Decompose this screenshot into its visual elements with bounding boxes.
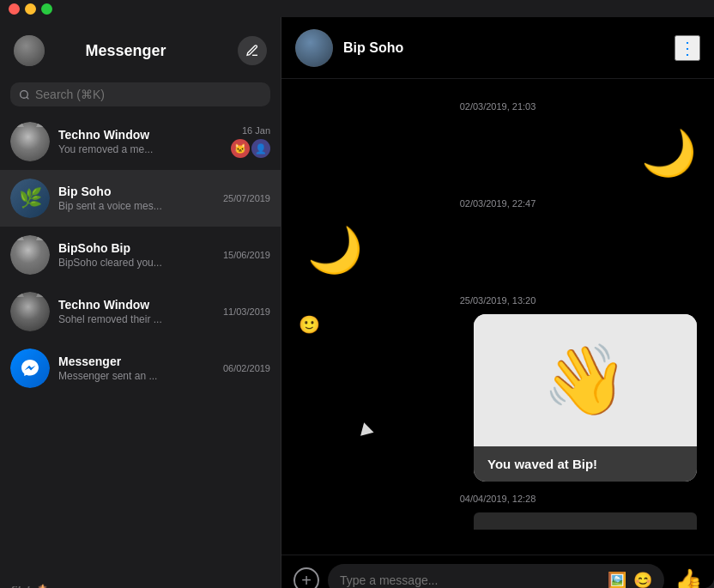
message-input-container[interactable]: 🖼️ 😊 <box>328 564 664 588</box>
avatar: 🌿 <box>10 179 50 218</box>
main-layout: Messenger <box>0 0 714 588</box>
avatar <box>10 292 50 331</box>
app-window: Messenger <box>0 0 714 588</box>
contact-name: Messenger <box>58 355 215 368</box>
timestamp: 02/03/2019, 22:47 <box>299 198 697 209</box>
svg-point-0 <box>21 90 28 98</box>
conversation-info: Techno Window Sohel removed their ... <box>58 298 215 325</box>
message-preview: Bip sent a voice mes... <box>58 200 215 212</box>
wave-emoji: 👋 <box>474 314 697 446</box>
conversation-list: Techno Window You removed a me... 16 Jan… <box>0 113 281 575</box>
watermark: fileh🐴rse.com <box>0 575 281 588</box>
conversation-info: BipSoho Bip BipSoho cleared you... <box>58 241 215 269</box>
contact-name: Bip Soho <box>343 40 664 56</box>
traffic-lights <box>0 0 281 17</box>
chat-input-area: + 🖼️ 😊 👍 <box>281 555 714 588</box>
list-item[interactable]: Messenger Messenger sent an ... 06/02/20… <box>0 340 281 397</box>
message-input[interactable] <box>340 573 608 587</box>
emoji-icon[interactable]: 😊 <box>633 571 652 588</box>
conversation-meta: 16 Jan 🐱 👤 <box>231 125 270 158</box>
search-bar[interactable] <box>10 82 270 106</box>
conversation-meta: 15/06/2019 <box>223 250 270 260</box>
list-item[interactable]: Techno Window Sohel removed their ... 11… <box>0 283 281 340</box>
timestamp: 15/06/2019 <box>223 250 270 260</box>
message-emoji: 🌙 <box>299 224 697 276</box>
contact-name: Techno Window <box>58 128 222 142</box>
timestamp: 25/03/2019, 13:20 <box>299 295 697 306</box>
message-preview: Messenger sent an ... <box>58 370 215 382</box>
timestamp: 16 Jan <box>242 125 270 136</box>
search-icon <box>19 89 30 100</box>
contact-name: Techno Window <box>58 298 215 312</box>
list-item[interactable]: Techno Window You removed a me... 16 Jan… <box>0 113 281 170</box>
minimize-button[interactable] <box>25 3 36 15</box>
conversation-meta: 06/02/2019 <box>223 363 270 373</box>
fullscreen-button[interactable] <box>41 3 52 15</box>
chat-header: Bip Soho ⋮ <box>281 17 714 79</box>
message-row: 🙂 👋 You waved at Bip! <box>299 314 697 482</box>
message-preview: Sohel removed their ... <box>58 313 215 325</box>
timestamp: 02/03/2019, 21:03 <box>299 101 697 112</box>
messenger-logo <box>10 349 50 388</box>
conversation-info: Bip Soho Bip sent a voice mes... <box>58 185 215 212</box>
contact-name: Bip Soho <box>58 185 215 198</box>
message-emoji: 🌙 <box>299 127 697 179</box>
message-preview: You removed a me... <box>58 143 222 155</box>
chat-area: Bip Soho ⋮ 02/03/2019, 21:03 🌙 02/03/201… <box>281 17 714 588</box>
sidebar-header: Messenger <box>0 17 281 79</box>
close-button[interactable] <box>9 3 20 15</box>
avatar-group: 🐱 👤 <box>231 139 270 158</box>
contact-avatar <box>295 29 333 67</box>
app-title: Messenger <box>14 42 238 60</box>
conversation-meta: 25/07/2019 <box>223 193 270 203</box>
timestamp: 11/03/2019 <box>223 306 270 317</box>
avatar <box>10 349 50 388</box>
wave-label: You waved at Bip! <box>474 446 697 482</box>
add-attachment-button[interactable]: + <box>293 567 319 588</box>
wave-card: 👋 You waved at Bip! <box>474 314 697 482</box>
more-options-button[interactable]: ⋮ <box>675 35 700 61</box>
avatar <box>10 235 50 275</box>
input-icons: 🖼️ 😊 <box>608 571 652 588</box>
conversation-info: Messenger Messenger sent an ... <box>58 355 215 382</box>
contact-name: BipSoho Bip <box>58 241 215 255</box>
compose-button[interactable] <box>238 36 267 65</box>
conversation-info: Techno Window You removed a me... <box>58 128 222 155</box>
message-row-partial <box>299 512 697 530</box>
timestamp: 04/04/2019, 12:28 <box>299 494 697 504</box>
list-item[interactable]: 🌿 Bip Soho Bip sent a voice mes... 25/07… <box>0 170 281 227</box>
conversation-meta: 11/03/2019 <box>223 306 270 317</box>
timestamp: 06/02/2019 <box>223 363 270 373</box>
sidebar: Messenger <box>0 17 281 588</box>
like-button[interactable]: 👍 <box>675 567 702 589</box>
list-item[interactable]: BipSoho Bip BipSoho cleared you... 15/06… <box>0 227 281 283</box>
emoji-react-button[interactable]: 🙂 <box>299 314 320 335</box>
avatar <box>10 122 50 161</box>
timestamp: 25/07/2019 <box>223 193 270 203</box>
message-preview: BipSoho cleared you... <box>58 257 215 269</box>
search-input[interactable] <box>35 88 262 101</box>
messages-container: 02/03/2019, 21:03 🌙 02/03/2019, 22:47 🌙 … <box>281 79 714 555</box>
sticker-icon[interactable]: 🖼️ <box>608 571 626 588</box>
